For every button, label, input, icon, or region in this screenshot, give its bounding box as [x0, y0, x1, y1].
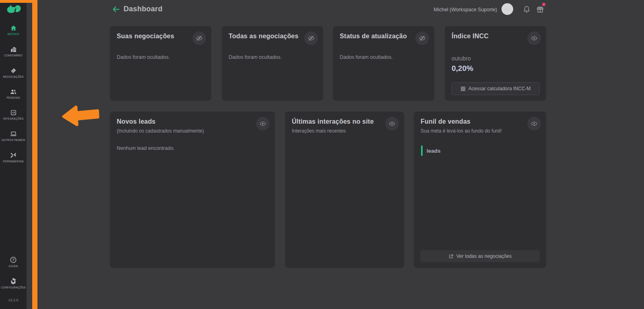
- eye-off-icon: [308, 35, 315, 42]
- notifications-button[interactable]: [523, 5, 530, 15]
- annotation-arrow-icon: [60, 103, 101, 128]
- building-icon: [10, 46, 17, 53]
- integrations-icon: [10, 109, 17, 116]
- sidebar-item-integracoes[interactable]: INTEGRAÇÕES: [0, 109, 27, 120]
- card-subtitle: (Incluindo os cadastrados manualmente): [117, 128, 204, 134]
- toggle-visibility-button[interactable]: [385, 117, 399, 131]
- sidebar-item-ajuda[interactable]: ? AJUDA: [0, 256, 27, 268]
- card-todas-negociacoes: Todas as negociações Dados foram ocultad…: [222, 26, 323, 101]
- incc-month: outubro: [452, 55, 471, 62]
- help-icon: ?: [10, 256, 17, 263]
- bell-icon: [523, 5, 530, 14]
- calculator-icon: [460, 86, 466, 91]
- page-title: Dashboard: [124, 5, 163, 13]
- eye-icon: [388, 120, 396, 127]
- sidebar-item-imoveis[interactable]: IMÓVEIS: [0, 24, 27, 35]
- sidebar-item-configuracoes[interactable]: CONFIGURAÇÕES: [0, 277, 27, 289]
- notification-dot: [542, 3, 545, 6]
- logo[interactable]: [0, 4, 27, 18]
- toggle-visibility-button[interactable]: [192, 31, 206, 45]
- eye-off-icon: [196, 35, 203, 42]
- handshake-icon: [10, 67, 17, 74]
- incc-calculator-button-label: Acessar calculadora INCC-M: [469, 86, 531, 91]
- laptop-icon: [10, 131, 17, 137]
- card-subtitle: Interações mais recentes: [292, 128, 346, 134]
- funnel-stage-bar: [421, 145, 423, 156]
- gear-icon: [10, 278, 17, 285]
- sidebar-item-negociacoes[interactable]: NEGOCIAÇÕES: [0, 67, 27, 78]
- sidebar-item-label: FERRAMENTAS: [0, 160, 27, 163]
- sidebar-item-label: NEGOCIAÇÕES: [0, 75, 27, 78]
- avatar-initials: ···: [505, 7, 510, 11]
- gift-icon: [536, 5, 544, 13]
- sidebar-item-label: AJUDA: [0, 265, 27, 268]
- sidebar-item-label: CONDOMÍNIO: [0, 54, 27, 57]
- toggle-visibility-button[interactable]: [527, 117, 541, 131]
- toggle-visibility-button[interactable]: [415, 31, 429, 45]
- home-icon: [10, 25, 17, 31]
- eye-icon: [530, 35, 538, 42]
- news-gift-button[interactable]: [536, 5, 544, 15]
- sidebar-item-label: IMÓVEIS: [0, 33, 27, 35]
- card-indice-incc: Índice INCC outubro 0,20% Acessar calcul…: [445, 26, 546, 101]
- app-window: IMÓVEIS CONDOMÍNIO NEGOCIAÇÕES: [0, 0, 644, 309]
- card-status-atualizacao: Status de atualização Dados foram oculta…: [333, 26, 434, 101]
- empty-state-text: Nenhum lead encontrado.: [117, 145, 175, 151]
- avatar[interactable]: ···: [502, 3, 513, 15]
- card-title: Funil de vendas: [421, 118, 471, 125]
- hidden-data-text: Dados foram ocultados.: [229, 54, 282, 60]
- svg-text:?: ?: [12, 258, 14, 262]
- workspace-user-label: Michel (Workspace Suporte): [434, 7, 497, 12]
- eye-icon: [259, 120, 266, 127]
- hidden-data-text: Dados foram ocultados.: [117, 54, 170, 60]
- sidebar-item-label: PESSOAS: [0, 96, 27, 99]
- annotation-highlight-right: [32, 0, 37, 309]
- card-title: Status de atualização: [340, 33, 407, 40]
- external-link-icon: [448, 254, 454, 259]
- card-novos-leads: Novos leads (Incluindo os cadastrados ma…: [110, 112, 275, 268]
- sidebar: IMÓVEIS CONDOMÍNIO NEGOCIAÇÕES: [0, 0, 27, 309]
- funnel-stage-leads: leads: [421, 145, 441, 156]
- toggle-visibility-button[interactable]: [304, 31, 318, 45]
- card-title: Todas as negociações: [229, 33, 299, 40]
- squirrel-logo-icon: [4, 4, 22, 17]
- back-button[interactable]: [111, 5, 120, 15]
- sidebar-item-ferramentas[interactable]: FERRAMENTAS: [0, 151, 27, 163]
- view-all-negotiations-button[interactable]: Ver todas as negociações: [420, 250, 540, 262]
- card-subtitle: Sua meta é levá-los ao fundo do funil!: [421, 128, 502, 134]
- hidden-data-text: Dados foram ocultados.: [340, 54, 393, 60]
- card-suas-negociacoes: Suas negociações Dados foram ocultados.: [110, 26, 211, 101]
- view-all-negotiations-button-label: Ver todas as negociações: [456, 253, 512, 259]
- card-funil-vendas: Funil de vendas Sua meta é levá-los ao f…: [414, 112, 546, 268]
- incc-value: 0,20%: [452, 64, 473, 73]
- sidebar-item-label: INTEGRAÇÕES: [0, 117, 27, 120]
- eye-off-icon: [419, 35, 426, 42]
- toggle-visibility-button[interactable]: [256, 117, 270, 131]
- funnel-stage-label: leads: [427, 148, 441, 154]
- tools-icon: [10, 152, 17, 159]
- card-ultimas-interacoes: Últimas interações no site Interações ma…: [285, 112, 404, 268]
- card-title: Índice INCC: [452, 33, 489, 40]
- arrow-left-icon: [111, 5, 120, 13]
- toggle-visibility-button[interactable]: [527, 31, 541, 45]
- people-icon: [10, 88, 17, 95]
- app-version: v3.2.0: [0, 298, 27, 302]
- incc-calculator-button[interactable]: Acessar calculadora INCC-M: [451, 82, 540, 95]
- sidebar-item-pessoas[interactable]: PESSOAS: [0, 88, 27, 99]
- eye-icon: [530, 120, 538, 127]
- sidebar-item-label: CONFIGURAÇÕES: [0, 286, 27, 289]
- sidebar-item-condominio[interactable]: CONDOMÍNIO: [0, 46, 27, 57]
- sidebar-item-label: OUTROS PAINÉIS: [0, 139, 27, 141]
- sidebar-item-outros-paineis[interactable]: OUTROS PAINÉIS: [0, 130, 27, 141]
- card-title: Novos leads: [117, 118, 155, 125]
- card-title: Suas negociações: [117, 33, 174, 40]
- card-title: Últimas interações no site: [292, 118, 374, 125]
